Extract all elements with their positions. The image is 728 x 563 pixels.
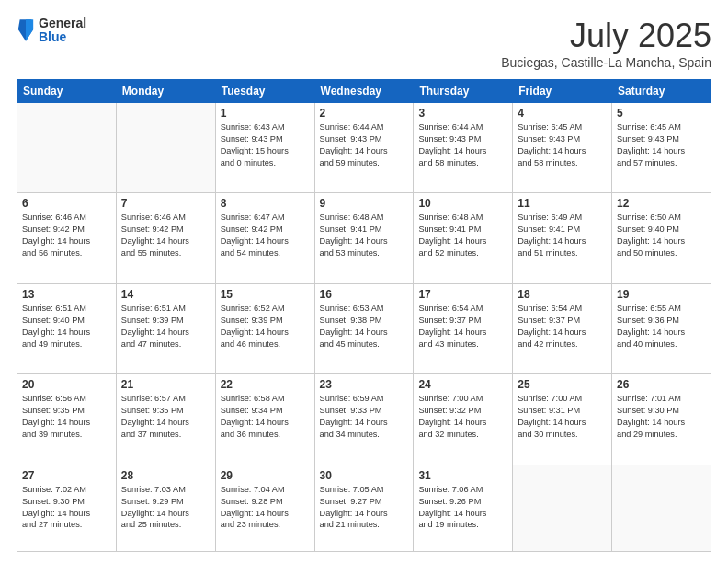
day-info: Sunrise: 7:05 AM Sunset: 9:27 PM Dayligh… xyxy=(320,484,409,532)
col-header-wednesday: Wednesday xyxy=(314,80,414,103)
calendar-day-cell: 7Sunrise: 6:46 AM Sunset: 9:42 PM Daylig… xyxy=(116,193,215,283)
day-info: Sunrise: 6:51 AM Sunset: 9:40 PM Dayligh… xyxy=(22,303,111,350)
day-info: Sunrise: 6:51 AM Sunset: 9:39 PM Dayligh… xyxy=(121,303,210,350)
day-number: 2 xyxy=(320,107,409,120)
svg-marker-1 xyxy=(26,20,33,42)
day-number: 15 xyxy=(221,288,310,301)
day-number: 30 xyxy=(320,469,409,482)
day-number: 8 xyxy=(221,197,310,210)
logo-icon xyxy=(17,17,35,43)
calendar-day-cell: 31Sunrise: 7:06 AM Sunset: 9:26 PM Dayli… xyxy=(414,465,513,551)
calendar-day-cell: 23Sunrise: 6:59 AM Sunset: 9:33 PM Dayli… xyxy=(314,374,414,465)
day-number: 7 xyxy=(121,197,210,210)
day-number: 22 xyxy=(221,378,310,391)
calendar-day-cell: 17Sunrise: 6:54 AM Sunset: 9:37 PM Dayli… xyxy=(414,283,513,373)
calendar-day-cell: 21Sunrise: 6:57 AM Sunset: 9:35 PM Dayli… xyxy=(116,374,215,465)
day-number: 1 xyxy=(221,107,310,120)
day-info: Sunrise: 6:58 AM Sunset: 9:34 PM Dayligh… xyxy=(221,393,310,441)
calendar-day-cell: 22Sunrise: 6:58 AM Sunset: 9:34 PM Dayli… xyxy=(215,374,314,465)
location: Buciegas, Castille-La Mancha, Spain xyxy=(501,55,711,70)
col-header-tuesday: Tuesday xyxy=(215,80,314,103)
col-header-thursday: Thursday xyxy=(414,80,513,103)
calendar-day-cell: 19Sunrise: 6:55 AM Sunset: 9:36 PM Dayli… xyxy=(612,283,711,373)
day-info: Sunrise: 6:48 AM Sunset: 9:41 PM Dayligh… xyxy=(418,212,507,259)
calendar-day-cell: 11Sunrise: 6:49 AM Sunset: 9:41 PM Dayli… xyxy=(513,193,612,283)
day-number: 28 xyxy=(121,469,210,482)
day-info: Sunrise: 7:01 AM Sunset: 9:30 PM Dayligh… xyxy=(617,393,706,441)
day-info: Sunrise: 7:03 AM Sunset: 9:29 PM Dayligh… xyxy=(121,484,210,532)
calendar-day-cell: 5Sunrise: 6:45 AM Sunset: 9:43 PM Daylig… xyxy=(612,103,711,193)
day-info: Sunrise: 6:50 AM Sunset: 9:40 PM Dayligh… xyxy=(617,212,706,259)
calendar-day-cell: 9Sunrise: 6:48 AM Sunset: 9:41 PM Daylig… xyxy=(314,193,414,283)
col-header-sunday: Sunday xyxy=(17,80,117,103)
day-number: 3 xyxy=(418,107,507,120)
day-info: Sunrise: 6:46 AM Sunset: 9:42 PM Dayligh… xyxy=(121,212,210,259)
day-number: 16 xyxy=(320,288,409,301)
day-number: 11 xyxy=(518,197,607,210)
day-number: 10 xyxy=(418,197,507,210)
calendar-day-cell: 25Sunrise: 7:00 AM Sunset: 9:31 PM Dayli… xyxy=(513,374,612,465)
calendar-table: SundayMondayTuesdayWednesdayThursdayFrid… xyxy=(17,79,711,552)
calendar-day-cell: 26Sunrise: 7:01 AM Sunset: 9:30 PM Dayli… xyxy=(612,374,711,465)
calendar-day-cell: 1Sunrise: 6:43 AM Sunset: 9:43 PM Daylig… xyxy=(215,103,314,193)
calendar-day-cell xyxy=(116,103,215,193)
day-number: 29 xyxy=(221,469,310,482)
day-info: Sunrise: 6:48 AM Sunset: 9:41 PM Dayligh… xyxy=(320,212,409,259)
calendar-day-cell: 3Sunrise: 6:44 AM Sunset: 9:43 PM Daylig… xyxy=(414,103,513,193)
calendar-week-row: 1Sunrise: 6:43 AM Sunset: 9:43 PM Daylig… xyxy=(17,103,711,193)
day-number: 25 xyxy=(518,378,607,391)
calendar-day-cell: 2Sunrise: 6:44 AM Sunset: 9:43 PM Daylig… xyxy=(314,103,414,193)
day-info: Sunrise: 6:54 AM Sunset: 9:37 PM Dayligh… xyxy=(418,303,507,350)
day-number: 6 xyxy=(22,197,111,210)
day-info: Sunrise: 6:59 AM Sunset: 9:33 PM Dayligh… xyxy=(320,393,409,441)
day-number: 14 xyxy=(121,288,210,301)
calendar-week-row: 6Sunrise: 6:46 AM Sunset: 9:42 PM Daylig… xyxy=(17,193,711,283)
calendar-day-cell: 20Sunrise: 6:56 AM Sunset: 9:35 PM Dayli… xyxy=(17,374,117,465)
calendar-day-cell: 4Sunrise: 6:45 AM Sunset: 9:43 PM Daylig… xyxy=(513,103,612,193)
day-number: 9 xyxy=(320,197,409,210)
calendar-day-cell: 12Sunrise: 6:50 AM Sunset: 9:40 PM Dayli… xyxy=(612,193,711,283)
calendar-day-cell: 10Sunrise: 6:48 AM Sunset: 9:41 PM Dayli… xyxy=(414,193,513,283)
day-info: Sunrise: 6:47 AM Sunset: 9:42 PM Dayligh… xyxy=(221,212,310,259)
col-header-friday: Friday xyxy=(513,80,612,103)
header: General Blue July 2025 Buciegas, Castill… xyxy=(17,17,711,70)
day-number: 31 xyxy=(418,469,507,482)
day-info: Sunrise: 7:06 AM Sunset: 9:26 PM Dayligh… xyxy=(418,484,507,532)
calendar-day-cell: 24Sunrise: 7:00 AM Sunset: 9:32 PM Dayli… xyxy=(414,374,513,465)
logo-general-text: General xyxy=(39,17,86,30)
day-info: Sunrise: 6:56 AM Sunset: 9:35 PM Dayligh… xyxy=(22,393,111,441)
day-info: Sunrise: 6:46 AM Sunset: 9:42 PM Dayligh… xyxy=(22,212,111,259)
page: General Blue July 2025 Buciegas, Castill… xyxy=(0,0,728,563)
day-info: Sunrise: 7:04 AM Sunset: 9:28 PM Dayligh… xyxy=(221,484,310,532)
calendar-day-cell xyxy=(513,465,612,551)
calendar-day-cell: 15Sunrise: 6:52 AM Sunset: 9:39 PM Dayli… xyxy=(215,283,314,373)
calendar-day-cell: 29Sunrise: 7:04 AM Sunset: 9:28 PM Dayli… xyxy=(215,465,314,551)
calendar-day-cell: 13Sunrise: 6:51 AM Sunset: 9:40 PM Dayli… xyxy=(17,283,117,373)
col-header-saturday: Saturday xyxy=(612,80,711,103)
calendar-week-row: 27Sunrise: 7:02 AM Sunset: 9:30 PM Dayli… xyxy=(17,465,711,551)
logo-blue-text: Blue xyxy=(39,30,86,44)
calendar-day-cell xyxy=(17,103,117,193)
day-info: Sunrise: 6:49 AM Sunset: 9:41 PM Dayligh… xyxy=(518,212,607,259)
day-info: Sunrise: 7:00 AM Sunset: 9:31 PM Dayligh… xyxy=(518,393,607,441)
calendar-day-cell: 6Sunrise: 6:46 AM Sunset: 9:42 PM Daylig… xyxy=(17,193,117,283)
day-info: Sunrise: 6:44 AM Sunset: 9:43 PM Dayligh… xyxy=(320,121,409,169)
day-number: 27 xyxy=(22,469,111,482)
day-number: 19 xyxy=(617,288,706,301)
calendar-day-cell: 30Sunrise: 7:05 AM Sunset: 9:27 PM Dayli… xyxy=(314,465,414,551)
day-number: 26 xyxy=(617,378,706,391)
day-info: Sunrise: 7:00 AM Sunset: 9:32 PM Dayligh… xyxy=(418,393,507,441)
day-info: Sunrise: 6:52 AM Sunset: 9:39 PM Dayligh… xyxy=(221,303,310,350)
calendar-week-row: 20Sunrise: 6:56 AM Sunset: 9:35 PM Dayli… xyxy=(17,374,711,465)
logo-text: General Blue xyxy=(39,17,86,45)
day-number: 17 xyxy=(418,288,507,301)
calendar-week-row: 13Sunrise: 6:51 AM Sunset: 9:40 PM Dayli… xyxy=(17,283,711,373)
day-number: 20 xyxy=(22,378,111,391)
day-number: 23 xyxy=(320,378,409,391)
day-info: Sunrise: 6:57 AM Sunset: 9:35 PM Dayligh… xyxy=(121,393,210,441)
day-number: 12 xyxy=(617,197,706,210)
day-number: 4 xyxy=(518,107,607,120)
month-title: July 2025 xyxy=(501,17,711,55)
col-header-monday: Monday xyxy=(116,80,215,103)
day-number: 18 xyxy=(518,288,607,301)
